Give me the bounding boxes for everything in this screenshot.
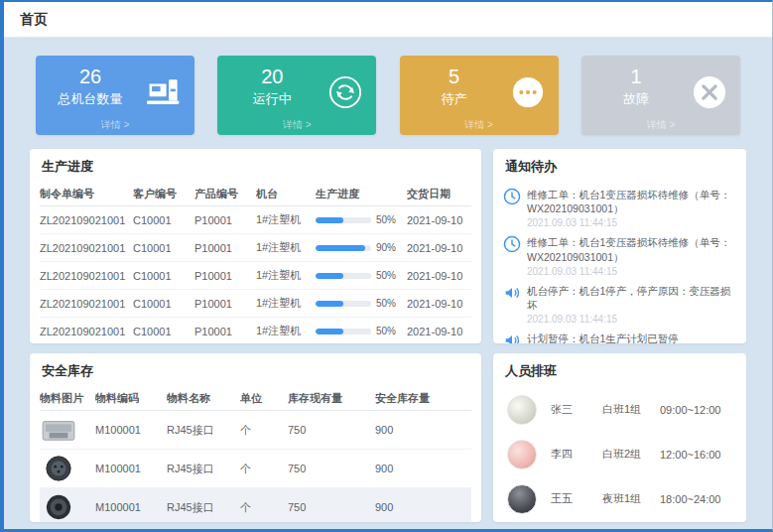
cell-material-code: M100001 (95, 501, 167, 513)
total-machines-value: 26 (36, 65, 145, 88)
staff-shift: 夜班1组 (602, 491, 660, 506)
running-detail-link[interactable]: 详情 > (217, 118, 376, 132)
machine-icon (147, 75, 181, 109)
running-label: 运行中 (217, 90, 326, 108)
card-total-machines[interactable]: 26 总机台数量 详情 > (36, 56, 194, 135)
tools-icon (693, 75, 726, 109)
material-image (40, 493, 77, 521)
col-material-code: 物料编码 (95, 391, 167, 406)
cell-date: 2021-09-10 (407, 270, 470, 282)
cell-customer: C10001 (133, 326, 194, 337)
col-customer: 客户编号 (133, 187, 194, 201)
cell-safety-stock: 900 (375, 424, 454, 436)
notice-item[interactable]: 维修工单：机台1变压器损坏待维修（单号：WX202109031001） 2021… (493, 230, 746, 278)
card-running[interactable]: 20 运行中 详情 > (217, 56, 376, 135)
cell-order: ZL202109021001 (40, 242, 133, 254)
col-unit: 单位 (240, 391, 288, 406)
waiting-label: 待产 (400, 90, 509, 108)
cell-order: ZL202109021001 (40, 214, 133, 226)
cell-customer: C10001 (133, 298, 194, 310)
avatar (507, 484, 537, 514)
safety-stock-panel: 安全库存 物料图片 物料编码 物料名称 单位 库存现有量 安全库存量 (30, 353, 481, 522)
col-date: 交货日期 (407, 187, 470, 201)
cell-unit: 个 (240, 423, 288, 438)
notice-text: 维修工单：机台1变压器损坏待维修（单号：WX202109031001） (527, 188, 736, 215)
cell-product: P10001 (194, 298, 256, 310)
ellipsis-icon (511, 75, 545, 109)
progress-bar: 50% (316, 298, 407, 309)
clock-icon (503, 188, 521, 205)
table-row: ZL202109021001 C10001 P10001 1#注塑机 50% 2… (40, 262, 471, 290)
waiting-detail-link[interactable]: 详情 > (400, 118, 559, 132)
card-main: 5 待产 (400, 56, 509, 108)
staff-name: 李四 (551, 447, 602, 462)
col-material-name: 物料名称 (167, 391, 240, 406)
staff-row: 王五 夜班1组 18:00~24:00 (493, 476, 746, 521)
cell-current-stock: 750 (288, 463, 375, 474)
table-header-row: 物料图片 物料编码 物料名称 单位 库存现有量 安全库存量 (40, 387, 471, 411)
card-main: 20 运行中 (217, 56, 326, 108)
col-material-image: 物料图片 (40, 391, 95, 406)
notice-text: 机台停产：机台1停产，停产原因：变压器损坏 (527, 284, 736, 312)
notice-time: 2021.09.03 11:44:15 (527, 266, 736, 277)
material-image (40, 416, 77, 444)
card-fault[interactable]: 1 故障 详情 > (581, 56, 740, 135)
page-header: 首页 (4, 2, 772, 38)
speaker-icon (503, 284, 521, 302)
avatar (507, 395, 537, 425)
progress-bar: 50% (316, 270, 407, 281)
notices-panel: 通知待办 维修工单：机台1变压器损坏待维修（单号：WX202109031001）… (493, 149, 746, 343)
clock-icon (503, 235, 521, 253)
cell-machine: 1#注塑机 (256, 324, 316, 338)
panel-title: 人员排班 (493, 353, 746, 387)
cell-date: 2021-09-10 (407, 326, 470, 337)
table-row: ZL202109021001 C10001 P10001 1#注塑机 90% 2… (40, 234, 471, 262)
card-waiting[interactable]: 5 待产 详情 > (400, 56, 559, 135)
staff-row: 张三 白班1组 09:00~12:00 (493, 387, 746, 432)
waiting-value: 5 (400, 65, 509, 88)
notice-body: 维修工单：机台1变压器损坏待维修（单号：WX202109031001） 2021… (527, 188, 736, 228)
cell-order: ZL202109021001 (40, 298, 133, 310)
fault-detail-link[interactable]: 详情 > (581, 118, 740, 132)
page-title: 首页 (20, 11, 48, 29)
notice-body: 计划暂停：机台1生产计划已暂停 2021.09.03 11:44:15 (527, 332, 679, 343)
cell-product: P10001 (194, 270, 256, 282)
col-progress: 生产进度 (316, 187, 407, 201)
dashboard-content: 生产进度 制令单编号 客户编号 产品编号 机台 生产进度 交货日期 ZL2021… (4, 135, 772, 522)
staff-schedule-panel: 人员排班 张三 白班1组 09:00~12:00 李四 白班2组 12:00~1… (493, 353, 746, 522)
staff-shift: 白班2组 (602, 447, 660, 462)
cell-order: ZL202109021001 (40, 326, 133, 337)
cell-current-stock: 750 (288, 501, 375, 513)
col-product: 产品编号 (194, 187, 256, 201)
avatar (507, 440, 537, 469)
cell-product: P10001 (194, 242, 256, 254)
table-header-row: 制令单编号 客户编号 产品编号 机台 生产进度 交货日期 (40, 183, 471, 206)
cell-customer: C10001 (133, 242, 194, 254)
progress-bar: 50% (316, 326, 407, 336)
cell-order: ZL202109021001 (40, 270, 133, 282)
notice-item[interactable]: 计划暂停：机台1生产计划已暂停 2021.09.03 11:44:15 (493, 327, 746, 343)
cell-material-code: M100001 (95, 463, 167, 474)
total-machines-detail-link[interactable]: 详情 > (36, 118, 194, 132)
table-row: M100001 RJ45接口 个 750 900 (40, 488, 471, 522)
cell-date: 2021-09-10 (407, 298, 470, 310)
notice-text: 维修工单：机台1变压器损坏待维修（单号：WX202109031001） (527, 235, 736, 263)
production-table: 制令单编号 客户编号 产品编号 机台 生产进度 交货日期 ZL202109021… (30, 183, 481, 343)
col-safety-stock: 安全库存量 (375, 391, 454, 406)
cell-machine: 1#注塑机 (256, 268, 316, 283)
panel-title: 安全库存 (30, 353, 481, 387)
notice-body: 机台停产：机台1停产，停产原因：变压器损坏 2021.09.03 11:44:1… (527, 284, 736, 325)
notice-item[interactable]: 维修工单：机台1变压器损坏待维修（单号：WX202109031001） 2021… (493, 183, 746, 230)
notice-item[interactable]: 机台停产：机台1停产，停产原因：变压器损坏 2021.09.03 11:44:1… (493, 279, 746, 327)
staff-time: 09:00~12:00 (660, 404, 732, 416)
col-order: 制令单编号 (40, 187, 133, 201)
running-cycle-icon (328, 75, 362, 109)
staff-name: 张三 (551, 402, 602, 417)
cell-unit: 个 (240, 462, 288, 476)
cell-material-name: RJ45接口 (167, 462, 240, 476)
cell-date: 2021-09-10 (407, 242, 470, 254)
fault-value: 1 (581, 65, 691, 88)
card-main: 26 总机台数量 (36, 56, 145, 108)
notice-time: 2021.09.03 11:44:15 (527, 314, 736, 325)
cell-safety-stock: 900 (375, 501, 454, 513)
